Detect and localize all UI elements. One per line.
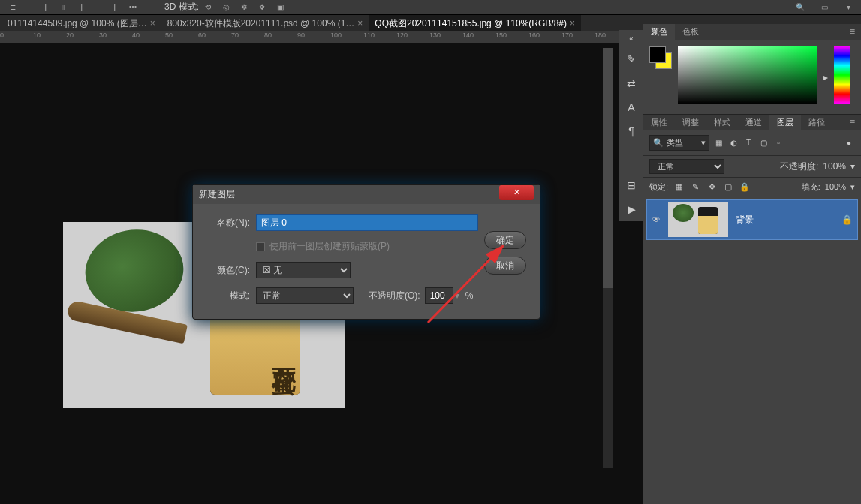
right-panels: « ✎ ⇄ A ¶ ⊟ ▶ 颜色 色板 ≡ ▸ 属性 调整 样式 通道 图层 路… bbox=[643, 24, 861, 504]
ruler-tick: 20 bbox=[66, 32, 74, 39]
tab-adjust[interactable]: 调整 bbox=[675, 115, 706, 130]
tab-properties[interactable]: 属性 bbox=[643, 115, 675, 130]
lock-fill-row: 锁定: ▦ ✎ ✥ ▢ 🔒 填充: 100% ▾ bbox=[643, 178, 861, 196]
orbit-icon[interactable]: ⟲ bbox=[199, 2, 217, 14]
panel-menu-icon[interactable]: ≡ bbox=[844, 24, 861, 40]
move-icon[interactable]: ✥ bbox=[253, 2, 271, 14]
fill-label: 填充: bbox=[802, 182, 820, 193]
cancel-button[interactable]: 取消 bbox=[484, 256, 526, 274]
ruler-tick: 90 bbox=[297, 32, 305, 39]
adjust-icon[interactable]: ⇄ bbox=[624, 76, 639, 91]
dialog-titlebar[interactable]: 新建图层 ✕ bbox=[193, 185, 540, 204]
scrollbar-thumb[interactable] bbox=[603, 48, 613, 288]
filter-text-icon[interactable]: T bbox=[742, 137, 754, 149]
align-left-icon[interactable]: ⊏ bbox=[4, 2, 22, 14]
mode-select[interactable]: 正常 bbox=[256, 287, 354, 304]
filter-toggle-icon[interactable]: ● bbox=[843, 137, 855, 149]
layer-item-background[interactable]: 👁 背景 🔒 bbox=[646, 200, 858, 240]
blend-mode-select[interactable]: 正常 bbox=[649, 159, 724, 174]
close-icon[interactable]: × bbox=[357, 18, 363, 28]
tab-1[interactable]: 01114144509.jpg @ 100% (图层… × bbox=[2, 15, 161, 32]
tab-color[interactable]: 颜色 bbox=[643, 24, 675, 40]
dialog-title-text: 新建图层 bbox=[199, 188, 235, 201]
fg-bg-swatches[interactable] bbox=[649, 46, 672, 69]
percent-label: % bbox=[465, 290, 474, 301]
ruler-tick: 170 bbox=[561, 32, 573, 39]
ruler-tick: 150 bbox=[495, 32, 507, 39]
more-icon[interactable]: ••• bbox=[124, 2, 142, 14]
tab-label: 800x320-软件模版20201111.psd @ 100% (1… bbox=[167, 17, 355, 30]
lock-move-icon[interactable]: ✥ bbox=[706, 181, 718, 193]
color-field[interactable] bbox=[678, 46, 817, 104]
ruler-tick: 130 bbox=[429, 32, 441, 39]
vertical-scrollbar[interactable] bbox=[603, 48, 613, 468]
text-icon[interactable]: A bbox=[624, 100, 639, 115]
light-icon[interactable]: ✲ bbox=[235, 2, 253, 14]
layers-list: 👁 背景 🔒 bbox=[643, 196, 861, 243]
lock-artboard-icon[interactable]: ▢ bbox=[722, 181, 734, 193]
tab-layers[interactable]: 图层 bbox=[769, 115, 801, 130]
tab-channels[interactable]: 通道 bbox=[738, 115, 769, 130]
camera-icon[interactable]: ▣ bbox=[271, 2, 289, 14]
close-icon[interactable]: × bbox=[570, 18, 575, 28]
layer-type-filter[interactable]: 🔍 类型 ▾ bbox=[649, 135, 709, 151]
workspace-icon[interactable]: ▭ bbox=[815, 2, 833, 14]
name-label: 名称(N): bbox=[205, 217, 250, 230]
align-icon-1[interactable]: ‖ bbox=[37, 2, 55, 14]
filter-smart-icon[interactable]: ▫ bbox=[772, 137, 784, 149]
ruler-tick: 180 bbox=[595, 32, 606, 39]
blend-opacity-row: 正常 不透明度: 100% ▾ bbox=[643, 156, 861, 178]
search-icon[interactable]: 🔍 bbox=[791, 2, 809, 14]
play-icon[interactable]: ▶ bbox=[624, 202, 639, 217]
glyph-icon[interactable]: ⊟ bbox=[624, 178, 639, 193]
tab-paths[interactable]: 路径 bbox=[801, 115, 832, 130]
filter-image-icon[interactable]: ▦ bbox=[712, 137, 724, 149]
panel-menu-icon[interactable]: ≡ bbox=[844, 115, 861, 130]
filter-adjust-icon[interactable]: ◐ bbox=[727, 137, 739, 149]
lock-icon[interactable]: 🔒 bbox=[841, 214, 853, 225]
magnifier-icon: 🔍 bbox=[653, 138, 664, 148]
mode-label: 模式: bbox=[205, 290, 250, 302]
ruler-tick: 0 bbox=[0, 32, 4, 39]
paragraph-icon[interactable]: ¶ bbox=[624, 124, 639, 139]
target-icon[interactable]: ◎ bbox=[217, 2, 235, 14]
visibility-icon[interactable]: 👁 bbox=[652, 214, 661, 225]
ruler-tick: 50 bbox=[165, 32, 173, 39]
ruler-tick: 110 bbox=[363, 32, 375, 39]
layer-name-input[interactable] bbox=[256, 214, 478, 231]
align-icon-3[interactable]: ‖ bbox=[73, 2, 91, 14]
chevron-down-icon[interactable]: ▾ bbox=[850, 182, 855, 192]
clip-mask-checkbox[interactable] bbox=[256, 242, 265, 251]
tab-2[interactable]: 800x320-软件模版20201111.psd @ 100% (1… × bbox=[161, 15, 369, 32]
tab-swatches[interactable]: 色板 bbox=[675, 24, 706, 40]
tab-3[interactable]: QQ截图20201114151855.jpg @ 110%(RGB/8#) × bbox=[369, 15, 581, 32]
opacity-value[interactable]: 100% bbox=[823, 161, 846, 172]
filter-shape-icon[interactable]: ▢ bbox=[757, 137, 769, 149]
close-icon[interactable]: × bbox=[150, 18, 155, 28]
top-toolbar: ⊏ ‖ ⫴ ‖ ‖ ••• 3D 模式: ⟲ ◎ ✲ ✥ ▣ 🔍 ▭ ▾ bbox=[0, 0, 861, 15]
new-layer-dialog: 新建图层 ✕ 名称(N): 使用前一图层创建剪贴蒙版(P) 颜色(C): ☒ 无… bbox=[192, 184, 540, 320]
hue-slider[interactable] bbox=[834, 46, 850, 104]
fill-value[interactable]: 100% bbox=[825, 182, 846, 191]
lock-pixels-icon[interactable]: ▦ bbox=[673, 181, 685, 193]
ruler-tick: 100 bbox=[330, 32, 342, 39]
lock-all-icon[interactable]: 🔒 bbox=[739, 181, 751, 193]
chevron-down-icon[interactable]: ▾ bbox=[850, 161, 855, 172]
ok-button[interactable]: 确定 bbox=[484, 231, 526, 249]
clip-mask-label: 使用前一图层创建剪贴蒙版(P) bbox=[269, 240, 390, 253]
tab-styles[interactable]: 样式 bbox=[706, 115, 738, 130]
lock-brush-icon[interactable]: ✎ bbox=[689, 181, 701, 193]
fg-swatch[interactable] bbox=[649, 46, 666, 63]
close-button[interactable]: ✕ bbox=[499, 185, 534, 200]
ruler-tick: 40 bbox=[132, 32, 140, 39]
color-label: 颜色(C): bbox=[205, 264, 250, 277]
layer-name-text: 背景 bbox=[736, 214, 754, 226]
ruler-tick: 70 bbox=[231, 32, 239, 39]
align-icon-4[interactable]: ‖ bbox=[106, 2, 124, 14]
align-icon-2[interactable]: ⫴ bbox=[55, 2, 73, 14]
color-select[interactable]: ☒ 无 bbox=[256, 262, 351, 278]
layer-thumbnail[interactable] bbox=[668, 202, 728, 237]
brush-icon[interactable]: ✎ bbox=[624, 52, 639, 67]
opacity-input[interactable] bbox=[425, 287, 453, 304]
chevron-down-icon[interactable]: ▾ bbox=[839, 2, 857, 14]
